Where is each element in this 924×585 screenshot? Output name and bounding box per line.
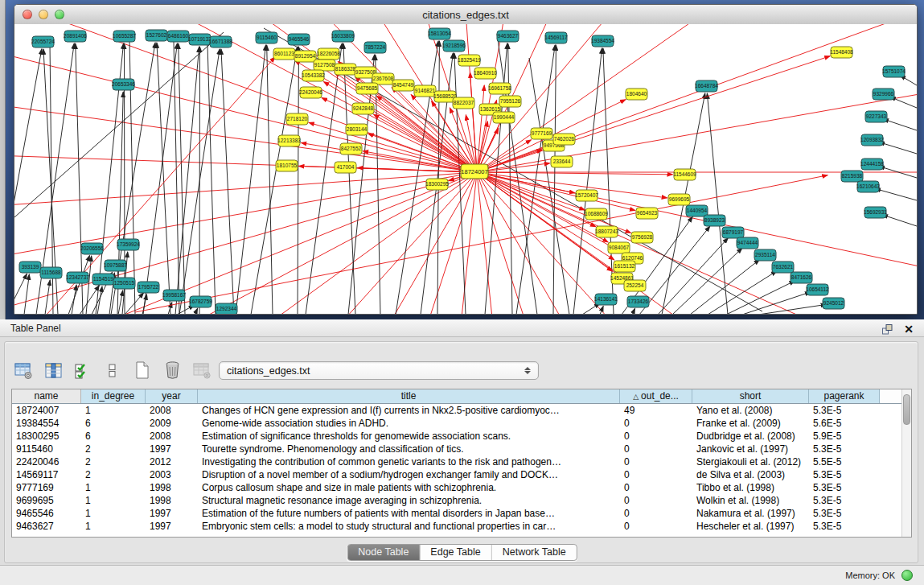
graph-node[interactable]: 9242848 (352, 103, 374, 114)
column-visibility-icon[interactable] (43, 360, 64, 381)
graph-node[interactable]: 2718120 (286, 113, 308, 125)
graph-node[interactable]: 11544609 (673, 169, 696, 180)
graph-edge[interactable] (477, 172, 585, 210)
graph-edge[interactable] (883, 119, 917, 130)
close-window-icon[interactable] (23, 10, 32, 19)
graph-edge[interactable] (104, 172, 477, 315)
graph-edge[interactable] (14, 24, 477, 172)
graph-edge[interactable] (14, 24, 477, 172)
graph-node[interactable]: 10719133 (188, 34, 211, 45)
graph-node[interactable]: 19958167 (162, 290, 186, 301)
graph-node[interactable]: 9699695 (668, 194, 690, 205)
graph-node[interactable]: 9463627 (497, 31, 519, 42)
graph-node[interactable]: 6879197 (722, 227, 744, 238)
graph-edge[interactable] (14, 24, 477, 172)
graph-node[interactable]: 12213383 (277, 135, 301, 146)
graph-node[interactable]: 1810755 (276, 160, 298, 171)
graph-node[interactable]: 20891406 (64, 31, 87, 42)
graph-node[interactable]: 8215938 (841, 171, 863, 182)
graph-edge[interactable] (658, 238, 728, 315)
column-header-short[interactable]: short (692, 389, 809, 403)
graph-node[interactable]: 10543382 (302, 70, 325, 81)
float-panel-icon[interactable] (880, 322, 894, 336)
graph-node[interactable]: 2935114 (754, 249, 776, 261)
graph-edge[interactable] (220, 314, 221, 315)
graph-edge[interactable] (267, 45, 273, 315)
graph-node[interactable]: 2803144 (346, 124, 368, 135)
delete-table-icon[interactable] (162, 360, 183, 381)
scrollbar-thumb[interactable] (903, 394, 910, 425)
graph-edge[interactable] (72, 285, 76, 315)
graph-node[interactable]: 417004 (335, 162, 356, 173)
table-row[interactable]: 969969511998Structural magnetic resonanc… (12, 494, 911, 507)
graph-edge[interactable] (14, 24, 477, 172)
graph-node[interactable]: 10688609 (585, 208, 608, 220)
graph-edge[interactable] (477, 172, 917, 315)
column-header-year[interactable]: year (146, 389, 198, 403)
column-header-name[interactable]: name (12, 389, 81, 403)
graph-node[interactable]: 9227343 (865, 111, 887, 122)
graph-edge[interactable] (477, 172, 917, 315)
table-selector[interactable]: citations_edges.txt (219, 361, 539, 380)
graph-edge[interactable] (135, 175, 827, 312)
table-row[interactable]: 1872400712008Changes of HCN gene express… (12, 404, 911, 417)
table-row[interactable]: 946554611997Estimation of the future num… (12, 507, 911, 520)
zoom-window-icon[interactable] (55, 10, 64, 19)
graph-edge[interactable] (477, 172, 850, 315)
graph-node[interactable]: 15813054 (428, 28, 451, 39)
graph-edge[interactable] (175, 47, 199, 315)
table-row[interactable]: 1830029562008Estimation of significance … (12, 430, 911, 443)
graph-node[interactable]: 8912954 (294, 51, 316, 62)
graph-node[interactable]: 7632621 (772, 262, 794, 273)
graph-edge[interactable] (14, 24, 477, 172)
tab-node-table[interactable]: Node Table (347, 545, 419, 560)
graph-edge[interactable] (470, 72, 477, 172)
graph-edge[interactable] (14, 130, 477, 172)
graph-node[interactable]: 18300295 (425, 179, 449, 190)
graph-hub-node[interactable]: 18724007 (461, 164, 488, 179)
graph-edge[interactable] (14, 24, 477, 172)
graph-node[interactable]: 1804640 (626, 89, 647, 100)
graph-node[interactable]: 20653346 (112, 79, 135, 90)
column-header-in-degree[interactable]: in_degree (81, 389, 146, 403)
graph-edge[interactable] (477, 56, 830, 172)
graph-edge[interactable] (600, 306, 603, 315)
graph-edge[interactable] (477, 172, 917, 315)
graph-edge[interactable] (68, 255, 89, 315)
table-row[interactable]: 1938455462009Genome-wide association stu… (12, 417, 911, 430)
graph-node[interactable]: 1795722 (138, 282, 159, 293)
graph-node[interactable]: 1292344 (216, 303, 237, 315)
graph-node[interactable]: 252254 (624, 280, 646, 291)
graph-node[interactable]: 1250515 (113, 278, 135, 289)
graph-node[interactable]: 1527602 (146, 30, 167, 41)
graph-node[interactable]: 18807243 (595, 226, 618, 237)
graph-edge[interactable] (573, 48, 602, 315)
graph-edge[interactable] (142, 295, 147, 315)
graph-node[interactable]: 22420046 (299, 87, 322, 98)
table-row[interactable]: 1456911722003Disruption of a novel membe… (12, 468, 911, 481)
graph-node[interactable]: 8601123 (273, 48, 295, 60)
graph-node[interactable]: 10655287 (113, 31, 136, 42)
graph-edge[interactable] (14, 49, 42, 315)
graph-edge[interactable] (24, 274, 29, 315)
graph-node[interactable]: 9474444 (737, 237, 758, 249)
graph-edge[interactable] (174, 42, 179, 315)
graph-node[interactable]: 9146821 (414, 85, 436, 97)
graph-edge[interactable] (875, 188, 917, 200)
memory-status-icon[interactable] (901, 570, 913, 581)
graph-node[interactable]: 14136141 (594, 294, 618, 305)
select-rows-icon[interactable] (72, 360, 93, 381)
table-row[interactable]: 977716911998Corpus callosum shape and si… (12, 481, 911, 494)
delete-table-disabled-icon[interactable] (191, 360, 212, 381)
graph-node[interactable]: 9127508 (314, 60, 335, 71)
graph-node[interactable]: 1615132 (614, 261, 635, 272)
table-panel-titlebar[interactable]: Table Panel ✕ (0, 319, 924, 337)
graph-node[interactable]: 8186328 (335, 64, 356, 75)
minimize-window-icon[interactable] (39, 10, 48, 19)
graph-node[interactable]: 16671388 (209, 36, 232, 47)
graph-node[interactable]: 22055724 (31, 36, 55, 47)
graph-edge[interactable] (477, 172, 917, 315)
network-window-titlebar[interactable]: citations_edges.txt (14, 5, 917, 25)
graph-node[interactable]: 16961758 (488, 83, 511, 94)
tab-edge-table[interactable]: Edge Table (419, 545, 491, 560)
